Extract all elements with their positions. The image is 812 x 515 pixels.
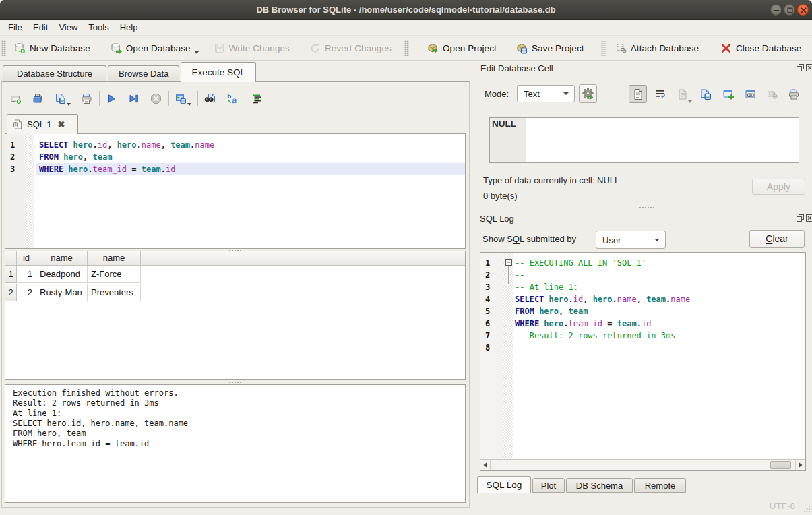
- menu-view[interactable]: View: [53, 20, 83, 34]
- dropdown-arrow-icon[interactable]: [195, 51, 199, 54]
- tab-browse-data[interactable]: Browse Data: [108, 65, 179, 82]
- menu-edit[interactable]: Edit: [28, 20, 53, 34]
- editor-line-2[interactable]: FROM hero, team: [36, 151, 465, 163]
- dock-tab-db-schema[interactable]: DB Schema: [566, 478, 633, 493]
- cell-value-editor[interactable]: NULL: [489, 117, 799, 163]
- scroll-right-button[interactable]: [795, 460, 805, 471]
- import-data-button[interactable]: [673, 85, 691, 103]
- open-in-external-button[interactable]: [719, 85, 737, 103]
- scrollbar-thumb[interactable]: [770, 461, 791, 469]
- sql-editor[interactable]: 123 SELECT hero.id, hero.name, team.name…: [5, 133, 466, 249]
- write-changes-button[interactable]: Write Changes: [207, 38, 296, 58]
- gear-icon: [582, 88, 594, 100]
- format-sql-button[interactable]: [251, 93, 263, 104]
- sql-token-fld: name: [617, 295, 637, 304]
- results-grid[interactable]: idnamename11DeadpondZ-Force22Rusty-ManPr…: [5, 251, 466, 380]
- log-horizontal-scrollbar[interactable]: [480, 459, 805, 470]
- dropdown-arrow-icon[interactable]: [187, 103, 191, 106]
- close-panel-icon[interactable]: [806, 64, 812, 71]
- mode-combobox[interactable]: Text: [517, 85, 575, 102]
- execution-output[interactable]: Execution finished without errors.Result…: [5, 384, 466, 503]
- cell-r1c1[interactable]: 1: [17, 266, 36, 283]
- toolbar-separator: [197, 91, 198, 106]
- resize-grip[interactable]: [803, 505, 811, 513]
- splitter-results-output[interactable]: [228, 382, 243, 384]
- open-database-button[interactable]: Open Database: [104, 38, 206, 58]
- toolbar-handle[interactable]: [601, 40, 606, 56]
- column-header-id-0[interactable]: id: [17, 251, 36, 265]
- word-wrap-button[interactable]: [651, 85, 669, 103]
- print-cell-button[interactable]: [784, 85, 803, 103]
- splitter-main-vertical[interactable]: [473, 276, 475, 297]
- export-results-button[interactable]: [175, 93, 187, 104]
- close-database-button[interactable]: Close Database: [714, 38, 808, 58]
- open-project-button[interactable]: Open Project: [420, 38, 503, 58]
- fold-marker-icon[interactable]: [505, 258, 516, 288]
- row-header-2[interactable]: 2: [5, 284, 17, 301]
- dock-tab-remote[interactable]: Remote: [634, 478, 686, 493]
- close-panel-icon[interactable]: [806, 214, 812, 222]
- sql-log-view[interactable]: 12345678 -- EXECUTING ALL IN 'SQL 1'----…: [480, 252, 806, 471]
- scroll-left-button[interactable]: [480, 460, 491, 471]
- close-button[interactable]: [797, 4, 809, 16]
- open-sql-file-button[interactable]: [32, 93, 44, 104]
- float-panel-icon[interactable]: [797, 64, 804, 71]
- dock-tab-plot[interactable]: Plot: [532, 478, 565, 493]
- sql-token-tbl: team: [617, 319, 637, 328]
- menu-file[interactable]: File: [3, 20, 28, 34]
- editor-line-1[interactable]: SELECT hero.id, hero.name, team.name: [36, 139, 465, 151]
- output-line: FROM hero, team: [13, 429, 465, 439]
- column-header-name-1[interactable]: name: [36, 251, 88, 265]
- apply-button[interactable]: Apply: [752, 179, 805, 195]
- new-database-button[interactable]: New Database: [7, 38, 97, 58]
- dock-tab-sql-log[interactable]: SQL Log: [477, 476, 531, 493]
- column-header-name-2[interactable]: name: [88, 251, 141, 265]
- sql-token-fld: name: [670, 295, 690, 304]
- save-sql-file-button[interactable]: [55, 93, 66, 104]
- mode-text-button[interactable]: [629, 85, 647, 103]
- new-sql-tab-button[interactable]: [10, 93, 22, 104]
- revert-changes-button[interactable]: Revert Changes: [303, 38, 398, 58]
- editor-line-3[interactable]: WHERE hero.team_id = team.id: [36, 163, 465, 175]
- cell-r2c1[interactable]: 2: [17, 284, 36, 301]
- cell-r1c2[interactable]: Deadpond: [36, 266, 88, 283]
- print-sql-button[interactable]: [81, 93, 92, 104]
- row-header-1[interactable]: 1: [5, 266, 17, 283]
- close-sql-tab-icon[interactable]: ✖: [57, 120, 65, 129]
- cell-r2c2[interactable]: Rusty-Man: [36, 284, 88, 301]
- attach-database-button[interactable]: Attach Database: [608, 38, 706, 58]
- export-data-button[interactable]: [696, 85, 714, 103]
- editor-code-area[interactable]: SELECT hero.id, hero.name, team.nameFROM…: [36, 134, 465, 248]
- float-panel-icon[interactable]: [797, 214, 804, 222]
- sql-file-tab[interactable]: SQL 1 ✖: [7, 114, 78, 134]
- dropdown-arrow-icon[interactable]: [688, 100, 692, 103]
- title-bar[interactable]: DB Browser for SQLite - /home/user/code/…: [0, 0, 812, 20]
- cell-r1c3[interactable]: Z-Force: [88, 266, 141, 283]
- clear-log-button[interactable]: Clear: [749, 230, 805, 248]
- set-null-button[interactable]: [763, 85, 781, 103]
- find-replace-button[interactable]: ba: [226, 93, 238, 104]
- close-db-icon: [720, 42, 732, 54]
- log-code-area[interactable]: -- EXECUTING ALL IN 'SQL 1'---- At line …: [513, 253, 805, 459]
- corner-header[interactable]: [5, 251, 17, 265]
- log-filter-combobox[interactable]: User: [596, 231, 666, 249]
- execute-line-button[interactable]: [128, 93, 139, 104]
- splitter-dock-horizontal[interactable]: [639, 206, 654, 208]
- cell-r2c3[interactable]: Preventers: [88, 284, 141, 301]
- toolbar-handle[interactable]: [404, 40, 409, 56]
- minimize-button[interactable]: [770, 4, 782, 16]
- maximize-button[interactable]: [784, 4, 795, 16]
- execute-all-button[interactable]: [106, 93, 117, 104]
- save-project-button[interactable]: Save Project: [509, 38, 591, 58]
- import-settings-button[interactable]: [579, 84, 597, 103]
- tab-database-structure[interactable]: Database Structure: [3, 65, 106, 82]
- menu-help[interactable]: Help: [115, 20, 144, 34]
- sql-file-tab-label: SQL 1: [27, 119, 51, 129]
- find-button[interactable]: [204, 93, 216, 104]
- dropdown-arrow-icon[interactable]: [67, 103, 71, 106]
- toolbar-handle[interactable]: [1, 40, 6, 56]
- stop-execution-button[interactable]: [150, 93, 162, 104]
- menu-tools[interactable]: Tools: [83, 20, 114, 34]
- copy-link-button[interactable]: [741, 85, 759, 103]
- tab-execute-sql[interactable]: Execute SQL: [181, 62, 256, 82]
